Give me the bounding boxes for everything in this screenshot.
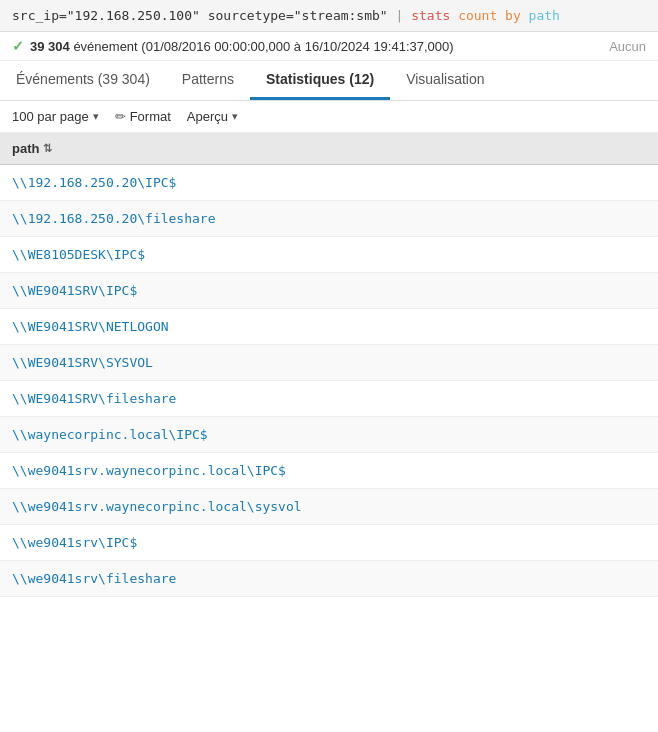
tabs-container: Événements (39 304) Patterns Statistique…	[0, 61, 658, 101]
table-body: \\192.168.250.20\IPC$ \\192.168.250.20\f…	[0, 165, 658, 597]
table-row: \\we9041srv\fileshare	[0, 561, 658, 597]
checkmark-icon: ✓	[12, 38, 24, 54]
table-row: \\we9041srv\IPC$	[0, 525, 658, 561]
format-button[interactable]: ✏ Format	[115, 109, 171, 124]
format-label: Format	[130, 109, 171, 124]
tab-patterns[interactable]: Patterns	[166, 61, 250, 100]
event-date-range: (01/08/2016 00:00:00,000 à 16/10/2024 19…	[141, 39, 453, 54]
tab-statistiques[interactable]: Statistiques (12)	[250, 61, 390, 100]
table-row: \\WE9041SRV\NETLOGON	[0, 309, 658, 345]
keyword-by: by	[497, 8, 520, 23]
event-count-number: 39 304	[30, 39, 70, 54]
table-row: \\WE9041SRV\IPC$	[0, 273, 658, 309]
format-pencil-icon: ✏	[115, 109, 126, 124]
sort-icon[interactable]: ⇅	[43, 142, 52, 155]
search-text-plain: src_ip="192.168.250.100" sourcetype="str…	[12, 8, 396, 23]
table-header: path ⇅	[0, 133, 658, 165]
table-row: \\WE9041SRV\fileshare	[0, 381, 658, 417]
apercu-arrow-icon: ▾	[232, 110, 238, 123]
tab-visualisation[interactable]: Visualisation	[390, 61, 500, 100]
table-row: \\we9041srv.waynecorpinc.local\IPC$	[0, 453, 658, 489]
table-row: \\we9041srv.waynecorpinc.local\sysvol	[0, 489, 658, 525]
event-count-bar: ✓ 39 304 événement (01/08/2016 00:00:00,…	[0, 32, 658, 61]
apercu-label: Aperçu	[187, 109, 228, 124]
tab-evenements[interactable]: Événements (39 304)	[0, 61, 166, 100]
event-count-text: 39 304 événement (01/08/2016 00:00:00,00…	[30, 39, 454, 54]
keyword-stats: stats	[403, 8, 450, 23]
event-count-label: événement	[73, 39, 141, 54]
table-row: \\waynecorpinc.local\IPC$	[0, 417, 658, 453]
table-row: \\WE9041SRV\SYSVOL	[0, 345, 658, 381]
table-row: \\WE8105DESK\IPC$	[0, 237, 658, 273]
per-page-selector[interactable]: 100 par page ▾	[12, 109, 99, 124]
per-page-label: 100 par page	[12, 109, 89, 124]
table-row: \\192.168.250.20\IPC$	[0, 165, 658, 201]
no-filter-label: Aucun	[609, 39, 646, 54]
toolbar: 100 par page ▾ ✏ Format Aperçu ▾	[0, 101, 658, 133]
apercu-selector[interactable]: Aperçu ▾	[187, 109, 238, 124]
search-bar: src_ip="192.168.250.100" sourcetype="str…	[0, 0, 658, 32]
column-path-label: path	[12, 141, 39, 156]
keyword-count: count	[450, 8, 497, 23]
keyword-path: path	[521, 8, 560, 23]
per-page-arrow-icon: ▾	[93, 110, 99, 123]
table-row: \\192.168.250.20\fileshare	[0, 201, 658, 237]
